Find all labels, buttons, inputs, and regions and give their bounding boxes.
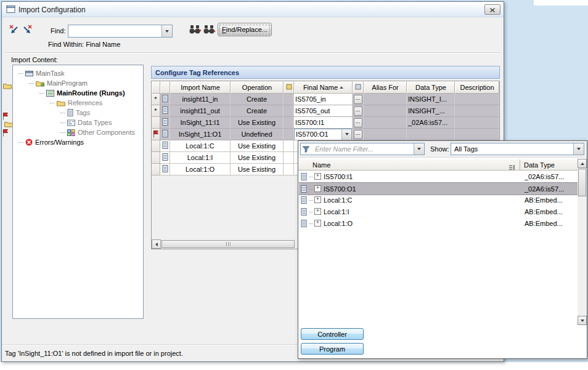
find-dropdown-button[interactable] (161, 25, 172, 37)
find-combobox[interactable] (68, 25, 173, 38)
program-button[interactable]: Program (301, 343, 364, 355)
description-cell[interactable] (455, 117, 499, 129)
data-type-cell[interactable]: _02A6:is57... (407, 117, 455, 129)
final-name-icon-column-header[interactable] (284, 81, 294, 94)
expand-icon[interactable] (314, 185, 321, 192)
operation-cell[interactable]: Create (231, 105, 284, 117)
alias-for-cell[interactable] (364, 129, 407, 140)
browse-button[interactable]: ... (354, 130, 362, 139)
browse-button[interactable]: ... (354, 95, 362, 104)
operation-cell[interactable]: Undefined (231, 129, 284, 140)
previous-marker-button[interactable] (7, 23, 20, 36)
find-replace-button[interactable]: Find/Replace... (218, 23, 272, 36)
grid-row[interactable]: * insight11_out Create IS5705_out ... IN… (152, 105, 499, 117)
import-name-cell[interactable]: insight11_in (170, 94, 231, 105)
operation-cell[interactable]: Use Existing (231, 164, 284, 175)
name-filter-combobox[interactable] (300, 143, 425, 155)
name-filter-input[interactable] (314, 144, 409, 154)
tree-item-mainprogram[interactable]: MainProgram (15, 78, 88, 88)
import-name-cell[interactable]: InSight_11:O1 (170, 129, 231, 140)
name-column-header[interactable]: Name (312, 161, 330, 169)
scroll-left-button[interactable] (152, 239, 161, 249)
grid-row[interactable]: InSight_11:O1 Undefined IS5700:O1 ... (152, 129, 499, 140)
final-name-column-header[interactable]: Final Name (294, 81, 353, 94)
data-type-column-header[interactable]: Data Type (407, 81, 455, 94)
filter-dropdown-button[interactable] (414, 143, 424, 155)
operation-cell[interactable]: Create (231, 94, 284, 105)
tree-item-maintask[interactable]: MainTask (15, 68, 64, 78)
operation-cell[interactable]: Use Existing (231, 117, 284, 129)
scrollbar-thumb[interactable] (161, 240, 295, 248)
tag-list-item[interactable]: IS5700:I1 _02A6:is57... (299, 171, 578, 182)
final-name-dropdown-button[interactable] (341, 129, 351, 140)
tree-item-tags[interactable]: Tags (15, 108, 90, 118)
marker-column-header[interactable] (152, 81, 160, 94)
final-name-cell[interactable]: IS5705_out (294, 105, 353, 117)
tree-item-errors-warnings[interactable]: Errors/Warnings (15, 137, 84, 147)
operation-cell[interactable]: Use Existing (231, 140, 284, 152)
tree-item-data-types[interactable]: Data Types (15, 118, 112, 127)
tag-list-item[interactable]: Local:1:C AB:Embed... (299, 194, 578, 206)
column-divider[interactable] (520, 159, 520, 171)
data-type-cell[interactable]: INSIGHT_I... (407, 94, 455, 105)
find-input[interactable] (70, 28, 160, 37)
grid-row[interactable]: InSight_11:I1 Use Existing IS5700:I1 ...… (152, 117, 499, 129)
show-dropdown-button[interactable] (573, 143, 584, 155)
import-name-column-header[interactable]: Import Name (170, 81, 231, 94)
expand-icon[interactable] (314, 208, 321, 215)
icon-column-header[interactable] (160, 81, 170, 94)
alias-for-cell[interactable] (364, 117, 407, 129)
find-next-button[interactable] (189, 25, 202, 36)
import-name-cell[interactable]: insight11_out (170, 105, 231, 117)
tag-list-item-selected[interactable]: IS5700:O1 _02A6:is57... (299, 182, 578, 195)
operation-column-header[interactable]: Operation (231, 81, 284, 94)
data-type-column-header[interactable]: Data Type (524, 161, 555, 169)
tree-item-references[interactable]: References (15, 98, 102, 108)
description-cell[interactable] (455, 129, 499, 140)
scroll-down-button[interactable] (578, 316, 587, 325)
operation-cell[interactable]: Use Existing (231, 152, 284, 164)
expand-icon[interactable] (314, 196, 321, 203)
tree-item-mainroutine[interactable]: MainRoutine (Rungs) (15, 88, 125, 98)
find-up-icon (203, 26, 216, 37)
final-name-combobox[interactable]: IS5700:O1 (294, 129, 352, 140)
browse-column-header[interactable] (353, 81, 364, 94)
expand-icon[interactable] (314, 173, 321, 180)
folder-icon (57, 100, 65, 107)
import-name-cell[interactable]: Local:1:C (170, 140, 231, 152)
expand-icon[interactable] (314, 220, 321, 227)
browse-button[interactable]: ... (354, 118, 362, 127)
description-cell[interactable] (455, 94, 499, 105)
tag-list-item[interactable]: Local:1:O AB:Embed... (299, 217, 578, 229)
alias-for-cell[interactable] (364, 105, 407, 117)
tag-list-item[interactable]: Local:1:I AB:Embed... (299, 206, 578, 217)
import-name-cell[interactable]: Local:1:O (170, 164, 231, 175)
data-type-cell[interactable]: INSIGHT_... (407, 105, 455, 117)
final-name-cell[interactable]: IS5700:I1 (294, 117, 353, 129)
browse-button[interactable]: ... (354, 107, 362, 116)
tree-item-label: MainRoutine (Rungs) (57, 89, 125, 97)
description-column-header[interactable]: Description (455, 81, 499, 94)
tree-item-other-components[interactable]: Other Components (15, 127, 135, 137)
alias-for-column-header[interactable]: Alias For (364, 81, 407, 94)
find-previous-button[interactable] (203, 25, 216, 36)
show-combobox[interactable]: All Tags (451, 143, 584, 155)
description-cell[interactable] (455, 105, 499, 117)
alias-for-cell[interactable] (364, 94, 407, 105)
next-marker-button[interactable] (22, 23, 34, 36)
tree-item-label: Errors/Warnings (35, 139, 84, 146)
import-name-cell[interactable]: InSight_11:I1 (170, 117, 231, 129)
task-icon (25, 70, 33, 77)
close-button[interactable] (484, 4, 500, 15)
data-type-cell[interactable] (407, 129, 455, 140)
dropdown-icon (165, 30, 169, 33)
browse-cell: ... (353, 94, 364, 105)
scroll-up-button[interactable] (578, 159, 587, 168)
tree-connector (18, 73, 23, 74)
final-name-cell[interactable]: IS5705_in (294, 94, 353, 105)
tag-list-vertical-scrollbar[interactable] (578, 159, 587, 325)
controller-button[interactable]: Controller (301, 328, 364, 340)
import-name-cell[interactable]: Local:1:I (170, 152, 231, 164)
grid-row[interactable]: * insight11_in Create IS5705_in ... INSI… (152, 94, 499, 105)
scrollbar-thumb[interactable] (578, 169, 586, 196)
